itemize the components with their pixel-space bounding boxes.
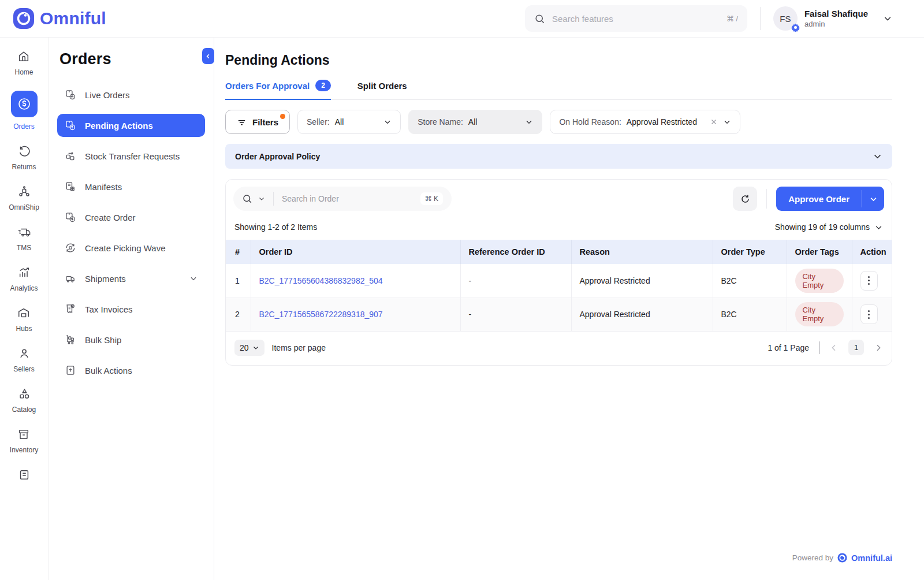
picking-wave-icon xyxy=(65,242,76,254)
order-search-input[interactable] xyxy=(282,194,415,203)
table-row: 2 B2C_1771565586722289318_907 - Approval… xyxy=(226,298,892,331)
file-upload-icon xyxy=(65,365,76,376)
orders-icon xyxy=(11,91,38,117)
columns-count-text: Showing 19 of 19 columns xyxy=(775,222,870,232)
sidebar-item-pending-actions[interactable]: Pending Actions xyxy=(57,114,205,137)
chevron-down-icon xyxy=(873,151,882,161)
col-header-index[interactable]: # xyxy=(226,240,251,264)
seller-filter-value: All xyxy=(335,117,344,127)
row-actions-button[interactable] xyxy=(860,304,878,324)
filters-button[interactable]: Filters xyxy=(225,110,290,134)
create-order-icon xyxy=(65,211,76,223)
chevron-down-icon xyxy=(383,118,392,126)
filter-row: Filters Seller: All Store Name: All xyxy=(225,110,892,134)
on-hold-reason-filter[interactable]: On Hold Reason: Approval Restricted xyxy=(550,110,740,134)
rail-label: Returns xyxy=(12,163,36,171)
order-id-link[interactable]: B2C_1771565586722289318_907 xyxy=(259,310,383,319)
cell-reason: Approval Restricted xyxy=(571,264,713,298)
sidebar-item-create-picking-wave[interactable]: Create Picking Wave xyxy=(57,236,205,259)
sidebar-item-label: Pending Actions xyxy=(85,121,153,131)
user-name: Faisal Shafique xyxy=(804,9,868,20)
store-filter-label: Store Name: xyxy=(418,117,463,127)
app-logo[interactable]: Omniful xyxy=(13,8,106,29)
columns-visibility-toggle[interactable]: Showing 19 of 19 columns xyxy=(775,222,883,232)
search-divider xyxy=(273,192,274,206)
rail-item-home[interactable]: Home xyxy=(14,50,33,76)
col-header-order-type[interactable]: Order Type xyxy=(713,240,787,264)
chevron-down-icon xyxy=(874,223,883,232)
sidebar-item-bulk-ship[interactable]: Bulk Ship xyxy=(57,328,205,351)
clear-filter-icon[interactable] xyxy=(710,118,718,126)
rail-item-omniship[interactable]: OmniShip xyxy=(9,185,39,211)
approve-order-button[interactable]: Approve Order xyxy=(776,187,862,211)
sidebar-item-stock-transfer-requests[interactable]: Stock Transfer Requests xyxy=(57,144,205,168)
order-tag-badge: City Empty xyxy=(795,269,844,293)
global-search-input[interactable] xyxy=(552,14,720,24)
sidebar-item-live-orders[interactable]: Live Orders xyxy=(57,83,205,106)
next-page-button[interactable] xyxy=(874,343,883,352)
rail-item-orders[interactable]: Orders xyxy=(11,91,38,131)
col-header-reference[interactable]: Reference Order ID xyxy=(460,240,571,264)
order-id-link[interactable]: B2C_1771565604386832982_504 xyxy=(259,276,383,285)
pagination-divider xyxy=(819,341,819,354)
chevron-down-icon xyxy=(189,274,198,282)
col-header-order-id[interactable]: Order ID xyxy=(251,240,460,264)
col-header-order-tags[interactable]: Order Tags xyxy=(787,240,852,264)
pagination-bar: 20 Items per page 1 of 1 Page 1 xyxy=(226,332,892,365)
sidebar-item-manifests[interactable]: Manifests xyxy=(57,175,205,198)
sidebar-item-shipments[interactable]: Shipments xyxy=(57,267,205,290)
omniful-logo-icon xyxy=(837,553,847,563)
shipments-icon xyxy=(65,273,76,284)
cell-index: 2 xyxy=(226,298,251,331)
toolbar-divider xyxy=(766,189,767,209)
rail-item-more[interactable] xyxy=(18,469,31,481)
chevron-down-icon xyxy=(723,118,731,126)
tax-invoice-icon xyxy=(65,303,76,315)
page-title: Pending Actions xyxy=(225,53,892,68)
col-header-action[interactable]: Action xyxy=(852,240,892,264)
page-size-select[interactable]: 20 xyxy=(234,340,264,356)
page-size-value: 20 xyxy=(240,343,249,352)
sidebar-collapse-button[interactable] xyxy=(202,48,214,64)
sidebar-item-bulk-actions[interactable]: Bulk Actions xyxy=(57,359,205,382)
sidebar-item-tax-invoices[interactable]: Tax Invoices xyxy=(57,298,205,321)
rail-item-returns[interactable]: Returns xyxy=(12,145,36,171)
footer-brand-name: Omniful.ai xyxy=(851,553,892,563)
rail-item-sellers[interactable]: Sellers xyxy=(13,347,35,373)
user-menu[interactable]: FS Faisal Shafique admin xyxy=(773,6,892,31)
orders-table: # Order ID Reference Order ID Reason Ord… xyxy=(226,240,892,332)
refresh-button[interactable] xyxy=(733,187,757,211)
sidebar-item-create-order[interactable]: Create Order xyxy=(57,206,205,229)
approve-order-menu-button[interactable] xyxy=(862,187,884,211)
search-icon xyxy=(534,13,545,24)
order-search[interactable]: ⌘ K xyxy=(233,187,452,211)
col-header-reason[interactable]: Reason xyxy=(571,240,713,264)
tab-split-orders[interactable]: Split Orders xyxy=(357,80,407,99)
stock-transfer-icon xyxy=(65,150,76,162)
seller-filter[interactable]: Seller: All xyxy=(297,110,401,134)
sidebar-item-label: Tax Invoices xyxy=(85,304,133,314)
current-page-button[interactable]: 1 xyxy=(848,340,864,355)
sidebar-item-label: Shipments xyxy=(85,274,126,284)
rail-item-analytics[interactable]: Analytics xyxy=(10,266,38,292)
store-name-filter[interactable]: Store Name: All xyxy=(408,110,542,134)
rail-label: Sellers xyxy=(13,365,35,373)
row-actions-button[interactable] xyxy=(860,271,878,291)
sidebar-item-label: Create Order xyxy=(85,213,136,222)
tab-orders-for-approval[interactable]: Orders For Approval 2 xyxy=(225,80,331,100)
table-toolbar: ⌘ K Approve Order xyxy=(226,180,892,218)
manifests-icon xyxy=(65,181,76,192)
filters-button-label: Filters xyxy=(252,117,278,127)
prev-page-button[interactable] xyxy=(829,343,839,352)
rail-item-hubs[interactable]: Hubs xyxy=(16,307,32,333)
global-search[interactable]: ⌘ / xyxy=(525,5,747,32)
rail-item-tms[interactable]: TMS xyxy=(17,226,31,252)
page-info-text: 1 of 1 Page xyxy=(767,343,809,352)
order-approval-policy-accordion[interactable]: Order Approval Policy xyxy=(225,144,892,169)
rail-item-inventory[interactable]: Inventory xyxy=(10,428,38,454)
sidebar-item-label: Create Picking Wave xyxy=(85,243,166,253)
search-scope-chevron-icon[interactable] xyxy=(258,195,265,202)
rail-label: Catalog xyxy=(12,406,36,414)
search-icon xyxy=(242,194,252,204)
rail-item-catalog[interactable]: Catalog xyxy=(12,388,36,414)
